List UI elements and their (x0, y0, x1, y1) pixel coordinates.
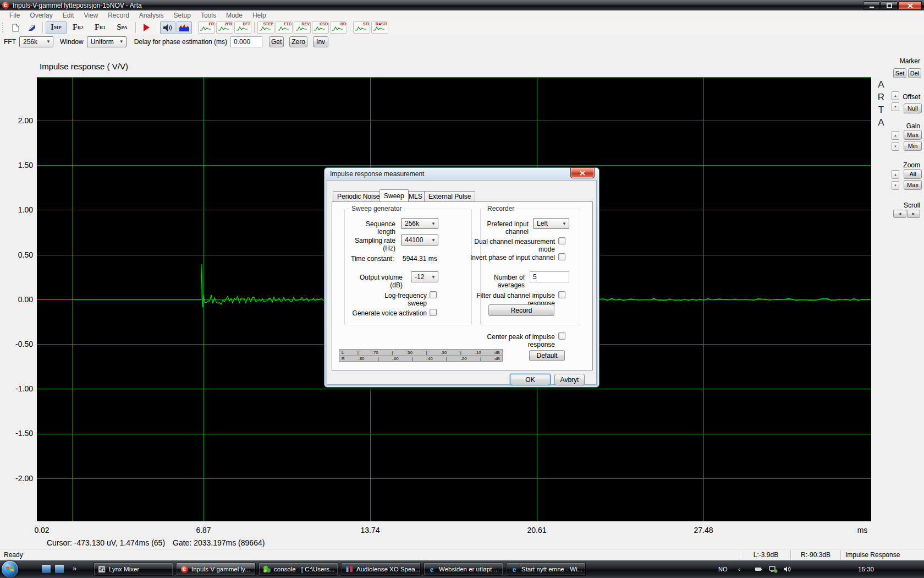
offset-null-button[interactable]: Null (904, 103, 922, 113)
zoom-down-spinner[interactable]: ▼ (892, 181, 899, 190)
taskbar-item-ie-websiden[interactable]: e Websiden er utløpt ... (424, 563, 503, 576)
menu-mode[interactable]: Mode (221, 12, 248, 19)
tray-volume-icon[interactable] (783, 560, 791, 578)
window-title: Inpuls-V-gammel lytteposisjon-15NOV - Ar… (13, 2, 142, 9)
sequence-length-select[interactable]: 256k▼ (401, 218, 438, 229)
start-button[interactable] (2, 561, 18, 577)
window-label: Window (60, 38, 84, 46)
quick-launch-overflow-chevron[interactable]: » (73, 564, 76, 572)
invert-phase-checkbox[interactable] (558, 253, 565, 260)
analysis-rev-button[interactable]: REV (294, 21, 311, 34)
analysis-step-button[interactable]: STEP (257, 21, 274, 34)
sweep-generator-legend: Sweep generator (349, 205, 404, 212)
record-button[interactable]: Record (488, 304, 554, 316)
delay-input[interactable]: 0.000 (230, 36, 262, 47)
analysis-etc-button[interactable]: ETC (276, 21, 293, 34)
fft-size-select[interactable]: 256k▼ (19, 36, 53, 47)
signal-generator-icon-button[interactable] (160, 21, 175, 34)
tray-network-icon[interactable] (769, 560, 778, 578)
play-button[interactable] (139, 21, 154, 34)
offset-down-spinner[interactable]: ▼ (892, 102, 899, 111)
gain-up-spinner[interactable]: ▲ (892, 131, 899, 140)
inv-button[interactable]: Inv (313, 36, 328, 47)
tray-language-indicator[interactable]: NO (718, 560, 728, 578)
menu-help[interactable]: Help (248, 12, 271, 19)
analysis-rasti-button[interactable]: RASTI (371, 21, 388, 34)
meter-scale-text: -60 (392, 356, 399, 361)
input-channel-select[interactable]: Left▼ (533, 218, 569, 229)
sampling-rate-select[interactable]: 44100▼ (401, 235, 438, 246)
number-of-averages-input[interactable]: 5 (530, 271, 569, 282)
taskbar-item-lynx-mixer[interactable]: Lynx Mixer (94, 563, 173, 576)
new-file-button[interactable] (8, 21, 23, 34)
gain-max-button[interactable]: Max (904, 130, 922, 140)
center-peak-checkbox[interactable] (558, 332, 565, 340)
default-button[interactable]: Default (529, 350, 565, 361)
ok-button[interactable]: OK (510, 374, 551, 385)
menu-analysis[interactable]: Analysis (134, 12, 169, 19)
mode-imp-button[interactable]: IMP (46, 21, 67, 34)
level-meter-right-row: R-80|-60|-40|-20|dB (339, 355, 502, 361)
analysis-dft-button[interactable]: DFT (234, 21, 251, 34)
generate-voice-activation-checkbox[interactable] (430, 309, 437, 316)
sampling-rate-label: Sampling rate (Hz) (342, 237, 395, 252)
menu-file[interactable]: File (4, 12, 25, 19)
tray-device-icon[interactable] (755, 560, 763, 578)
taskbar-item-console[interactable]: console - [ C:\Users... (258, 563, 338, 576)
analysis-sti-button[interactable]: STI (353, 21, 370, 34)
quick-launch-icon[interactable] (55, 565, 64, 573)
taskbar-item-audiolense[interactable]: Audiolense XO Spea... (341, 563, 421, 576)
zoom-max-button[interactable]: Max (904, 180, 922, 190)
quick-launch-icon[interactable] (42, 565, 51, 573)
marker-set-button[interactable]: Set (893, 68, 906, 78)
mode-spa-button[interactable]: SPA (112, 21, 133, 34)
filter-dual-channel-checkbox[interactable] (558, 291, 565, 298)
dual-channel-mode-checkbox[interactable] (558, 237, 565, 244)
dialog-close-button[interactable] (570, 167, 595, 178)
cancel-button[interactable]: Avbryt (554, 374, 585, 385)
mode-fr2-button[interactable]: FR2 (68, 21, 89, 34)
menu-view[interactable]: View (79, 12, 103, 19)
zoom-up-spinner[interactable]: ▲ (892, 170, 899, 179)
taskbar-item-ie-start-nytt-emne[interactable]: e Start nytt emne - Wi... (506, 563, 586, 576)
maximize-button[interactable] (881, 1, 898, 10)
scroll-right-button[interactable]: ► (907, 210, 920, 218)
log-frequency-sweep-checkbox[interactable] (430, 291, 437, 298)
spectrogram-icon-button[interactable] (177, 21, 192, 34)
analysis-fr-button[interactable]: FR (198, 21, 215, 34)
tray-clock[interactable]: 15:30 (858, 560, 874, 578)
analysis-button-label: REV (302, 22, 310, 26)
tab-sweep[interactable]: Sweep (380, 189, 409, 201)
tab-periodic-noise[interactable]: Periodic Noise (333, 191, 384, 201)
gain-min-button[interactable]: Min (904, 141, 922, 151)
dialog-titlebar[interactable]: Impulse response measurement (324, 168, 599, 180)
menu-tools[interactable]: Tools (196, 12, 221, 19)
mode-fr1-button[interactable]: FR1 (90, 21, 111, 34)
analysis-2fr-button[interactable]: 2FR (216, 21, 233, 34)
scroll-left-button[interactable]: ◄ (893, 210, 906, 218)
overlay-flag-button[interactable] (24, 21, 40, 34)
zoom-all-button[interactable]: All (904, 169, 922, 179)
tab-external-pulse[interactable]: External Pulse (424, 191, 475, 201)
analysis-bd-button[interactable]: BD (330, 21, 347, 34)
zero-button[interactable]: Zero (289, 36, 307, 47)
tray-expand-chevron[interactable]: ‹ (738, 560, 740, 578)
menu-record[interactable]: Record (103, 12, 134, 19)
gain-down-spinner[interactable]: ▼ (892, 142, 899, 151)
window-select[interactable]: Uniform▼ (87, 36, 127, 47)
output-volume-select[interactable]: -12▼ (411, 271, 438, 282)
marker-del-button[interactable]: Del (908, 68, 921, 78)
main-toolbar: IMP FR2 FR1 SPA FR2FRDFT STEPETCREVCSDBD… (0, 20, 924, 35)
get-button[interactable]: Get (269, 36, 284, 47)
menu-overlay[interactable]: Overlay (25, 12, 57, 19)
menu-edit[interactable]: Edit (58, 12, 79, 19)
menu-setup[interactable]: Setup (169, 12, 196, 19)
center-peak-label: Center peak of impulse response (464, 333, 555, 348)
close-button[interactable] (898, 1, 922, 10)
y-tick: -0.50 (2, 340, 33, 348)
taskbar-item-arta[interactable]: C Inpuls-V-gammel ly... (176, 563, 256, 576)
meter-scale-text: | (392, 350, 393, 355)
toolbar-separator (157, 22, 157, 33)
minimize-button[interactable] (863, 1, 880, 10)
analysis-csd-button[interactable]: CSD (312, 21, 329, 34)
